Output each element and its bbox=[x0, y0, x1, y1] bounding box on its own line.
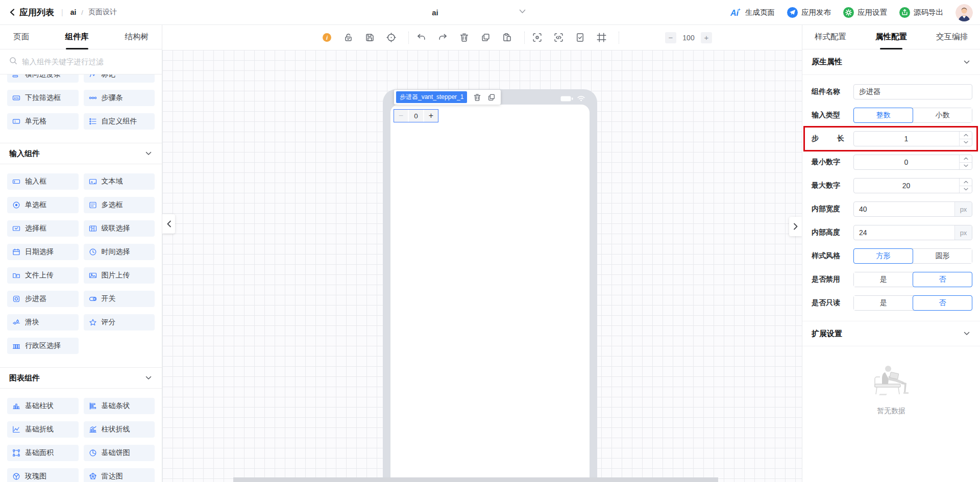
component-item-district[interactable]: 行政区选择 bbox=[7, 338, 79, 354]
component-item-pie-chart[interactable]: 基础饼图 bbox=[84, 445, 155, 461]
inspector-tab-2[interactable]: 属性配置 bbox=[875, 25, 907, 49]
component-item-checkbox[interactable]: 多选框 bbox=[84, 197, 155, 213]
battery-icon bbox=[560, 94, 573, 104]
unlock-icon-button[interactable] bbox=[343, 33, 353, 43]
component-item-barline-chart[interactable]: 柱状折线 bbox=[84, 421, 155, 438]
component-item-area-chart[interactable]: 基础面积 bbox=[7, 445, 79, 461]
sidebar-tab-3[interactable]: 结构树 bbox=[125, 25, 149, 49]
breadcrumb-app[interactable]: ai bbox=[70, 8, 77, 16]
component-name-input[interactable]: 步进器 bbox=[853, 84, 972, 99]
undo-icon-button[interactable] bbox=[416, 33, 426, 43]
field-value: 40 bbox=[854, 205, 867, 213]
zoom-in-button[interactable]: + bbox=[701, 32, 712, 43]
component-group-header[interactable]: 图表组件 bbox=[0, 367, 162, 389]
component-item-file-upload[interactable]: 文件上传 bbox=[7, 267, 79, 284]
component-item-date[interactable]: 日期选择 bbox=[7, 244, 79, 260]
style-shape-option-1[interactable]: 方形 bbox=[853, 248, 913, 264]
spinner-up-button[interactable] bbox=[960, 179, 972, 186]
component-item-line-chart[interactable]: 基础折线 bbox=[7, 421, 79, 438]
component-item-progress[interactable]: 横向进度条 bbox=[7, 74, 79, 83]
component-item-rose-chart[interactable]: 玫瑰图 bbox=[7, 468, 79, 482]
save-icon-button[interactable] bbox=[364, 33, 375, 43]
component-item-radar-chart[interactable]: 雷达图 bbox=[84, 468, 155, 482]
page-select-dropdown[interactable]: ai bbox=[339, 0, 531, 25]
component-item-time[interactable]: 时间选择 bbox=[84, 244, 155, 260]
step-length-number-input[interactable]: 1 bbox=[853, 131, 972, 146]
stepper-increase-button[interactable]: + bbox=[424, 110, 438, 122]
component-label: 步进器 bbox=[25, 294, 46, 303]
delete-icon-button[interactable] bbox=[459, 33, 469, 43]
component-item-tag[interactable]: 标记 bbox=[84, 74, 155, 83]
user-avatar[interactable] bbox=[955, 4, 973, 21]
spinner-up-button[interactable] bbox=[960, 155, 972, 163]
is-disabled-option-1[interactable]: 是 bbox=[854, 272, 913, 287]
spinner-down-button[interactable] bbox=[960, 163, 972, 170]
component-item-select[interactable]: 选择框 bbox=[7, 220, 79, 237]
image-upload-icon bbox=[89, 271, 97, 280]
copy-icon-button[interactable] bbox=[480, 33, 491, 43]
component-group-header[interactable]: 输入组件 bbox=[0, 143, 162, 164]
doc-check-icon-button[interactable] bbox=[575, 33, 585, 43]
copy-component-icon[interactable] bbox=[487, 93, 496, 102]
extend-settings-section-header[interactable]: 扩展设置 bbox=[802, 321, 980, 346]
component-item-steps[interactable]: 步骤条 bbox=[84, 90, 155, 106]
min-number-number-input[interactable]: 0 bbox=[853, 155, 972, 170]
is-disabled-option-2[interactable]: 否 bbox=[913, 272, 973, 287]
phone-status-bar bbox=[560, 94, 585, 104]
search-input[interactable] bbox=[22, 58, 153, 66]
info-icon-button[interactable]: i bbox=[322, 33, 332, 43]
app-publish-button[interactable]: 应用发布 bbox=[787, 7, 831, 18]
sidebar-tab-2[interactable]: 组件库 bbox=[65, 25, 89, 49]
component-item-cascade[interactable]: 级联选择 bbox=[84, 220, 155, 237]
component-item-switch[interactable]: 开关 bbox=[84, 291, 155, 307]
collapse-left-panel-button[interactable] bbox=[162, 214, 175, 234]
inspector-tab-3[interactable]: 交互编排 bbox=[936, 25, 968, 49]
phone-screen[interactable]: − 0 + bbox=[390, 105, 590, 482]
input-type-option-2[interactable]: 小数 bbox=[913, 108, 972, 122]
preview-icon-button[interactable] bbox=[532, 33, 542, 43]
frame-icon-button[interactable] bbox=[596, 33, 606, 43]
component-item-textarea[interactable]: A文本域 bbox=[84, 173, 155, 190]
inner-height-input[interactable]: 24px bbox=[853, 225, 972, 240]
style-shape-option-2[interactable]: 圆形 bbox=[913, 249, 972, 263]
component-item-input[interactable]: 输入框 bbox=[7, 173, 79, 190]
sidebar-tab-1[interactable]: 页面 bbox=[13, 25, 29, 49]
component-item-hbar-chart[interactable]: 基础条状 bbox=[84, 398, 155, 414]
is-readonly-option-2[interactable]: 否 bbox=[913, 295, 973, 311]
code-export-button[interactable]: 源码导出 bbox=[899, 7, 943, 18]
code-icon-button[interactable] bbox=[553, 33, 564, 43]
paste-icon-button[interactable] bbox=[502, 33, 512, 43]
delete-component-icon[interactable] bbox=[473, 93, 481, 102]
native-props-section-header[interactable]: 原生属性 bbox=[802, 49, 980, 75]
inner-width-input[interactable]: 40px bbox=[853, 201, 972, 217]
field-label-is-readonly: 是否只读 bbox=[812, 298, 844, 308]
component-item-dropdown-filter[interactable]: BTN下拉筛选框 bbox=[7, 90, 79, 106]
component-item-image-upload[interactable]: 图片上传 bbox=[84, 267, 155, 284]
app-settings-button[interactable]: 应用设置 bbox=[843, 7, 887, 18]
collapse-right-panel-button[interactable] bbox=[789, 217, 802, 236]
spinner-down-button[interactable] bbox=[960, 186, 972, 193]
component-item-custom[interactable]: 自定义组件 bbox=[84, 113, 155, 130]
selected-stepper-component[interactable]: − 0 + bbox=[394, 109, 438, 122]
is-readonly-option-1[interactable]: 是 bbox=[854, 296, 913, 310]
inspector-tab-1[interactable]: 样式配置 bbox=[815, 25, 846, 49]
design-canvas[interactable]: i − 100 + − 0 bbox=[162, 25, 802, 482]
component-item-cell[interactable]: 1单元格 bbox=[7, 113, 79, 130]
component-item-stepper[interactable]: 步进器 bbox=[7, 291, 79, 307]
component-item-slider[interactable]: 滑块 bbox=[7, 314, 79, 331]
component-item-radio[interactable]: 单选框 bbox=[7, 197, 79, 213]
back-to-app-list[interactable]: 应用列表 bbox=[9, 7, 54, 18]
max-number-number-input[interactable]: 20 bbox=[853, 178, 972, 193]
zoom-out-button[interactable]: − bbox=[665, 32, 676, 43]
component-item-bar-chart[interactable]: 基础柱状 bbox=[7, 398, 79, 414]
top-bar: 应用列表 | ai / 页面设计 ai Ai生成页面应用发布应用设置源码导出 bbox=[0, 0, 980, 25]
input-type-option-1[interactable]: 整数 bbox=[853, 108, 913, 123]
component-item-rating[interactable]: 评分 bbox=[84, 314, 155, 331]
target-icon-button[interactable] bbox=[386, 33, 396, 43]
horizontal-scrollbar[interactable] bbox=[233, 477, 718, 482]
spinner-up-button[interactable] bbox=[960, 132, 972, 139]
spinner-down-button[interactable] bbox=[960, 139, 972, 146]
generate-page-button[interactable]: Ai生成页面 bbox=[730, 8, 775, 18]
stepper-decrease-button[interactable]: − bbox=[394, 110, 408, 122]
redo-icon-button[interactable] bbox=[437, 33, 448, 43]
